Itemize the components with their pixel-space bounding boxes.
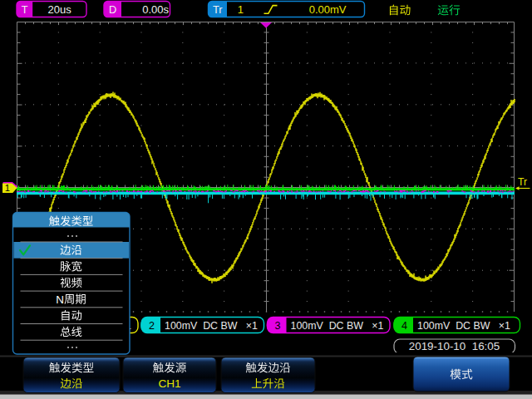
svg-text:100mV DC BW ×1: 100mV DC BW ×1 — [417, 320, 510, 332]
svg-text:2: 2 — [149, 320, 155, 332]
svg-text:20us: 20us — [47, 3, 71, 16]
svg-text:0.00s: 0.00s — [142, 3, 169, 16]
svg-text:T: T — [22, 3, 28, 16]
svg-text:0.00mV: 0.00mV — [309, 3, 347, 16]
svg-text:1: 1 — [238, 3, 244, 16]
svg-text:Tr: Tr — [213, 3, 223, 16]
svg-text:D: D — [109, 3, 116, 16]
svg-text:Tr: Tr — [518, 176, 527, 188]
svg-text:1: 1 — [5, 183, 10, 193]
svg-text:2019-10-10 16:05: 2019-10-10 16:05 — [409, 340, 500, 352]
svg-text:4: 4 — [401, 320, 407, 332]
svg-text:N: N — [56, 293, 64, 306]
svg-text:100mV DC BW ×1: 100mV DC BW ×1 — [165, 320, 258, 332]
svg-text:3: 3 — [274, 320, 280, 332]
svg-text:CH1: CH1 — [158, 377, 180, 390]
svg-text:100mV DC BW ×1: 100mV DC BW ×1 — [291, 320, 384, 332]
